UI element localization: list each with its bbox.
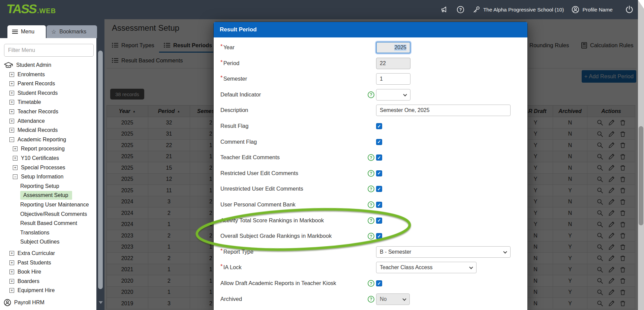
form-row-activity-total-score-rankings-in-markbook: Activity Total Score Rankings in Markboo…: [214, 215, 527, 227]
expand-icon[interactable]: +: [9, 91, 14, 95]
expand-icon[interactable]: +: [13, 146, 18, 151]
sidebar-item-student-admin[interactable]: Student Admin: [3, 61, 51, 69]
sidebar-item-parent-records[interactable]: +Parent Records: [9, 80, 55, 88]
sidebar-item-special-processes[interactable]: +Special Processes: [13, 164, 65, 172]
sidebar-item-academic-reporting[interactable]: −Academic Reporting: [9, 136, 66, 144]
sidebar-item-reporting-setup[interactable]: Reporting Setup: [20, 182, 59, 190]
field-input[interactable]: 2025: [376, 42, 410, 53]
expand-icon[interactable]: +: [9, 288, 14, 293]
expand-icon[interactable]: +: [13, 165, 18, 170]
sidebar-item-subject-outlines[interactable]: Subject Outlines: [20, 238, 60, 246]
logout-icon[interactable]: [625, 5, 634, 14]
sidebar-item-reporting-user-maintenance[interactable]: Reporting User Maintenance: [20, 201, 89, 209]
field-help-icon[interactable]: ?: [368, 201, 374, 208]
field-checkbox[interactable]: ✓: [376, 186, 382, 192]
sidebar-item-payroll-hrm[interactable]: Payroll HRM: [3, 299, 44, 307]
graduation-cap-icon: [3, 61, 13, 69]
field-label: *Semester: [220, 76, 247, 82]
chevron-down-icon: [403, 92, 407, 96]
field-help-icon[interactable]: ?: [368, 217, 374, 224]
field-help-icon[interactable]: ?: [368, 186, 374, 192]
field-checkbox[interactable]: ✓: [376, 280, 382, 286]
profile-menu[interactable]: Profile Name: [571, 5, 613, 14]
expand-icon[interactable]: +: [9, 270, 14, 274]
expand-icon[interactable]: +: [13, 156, 18, 161]
form-row-user-personal-comment-bank: User Personal Comment Bank?✓: [214, 199, 527, 211]
field-select[interactable]: Teacher Class Access: [376, 262, 477, 273]
tass-logo[interactable]: TASS .WEB: [7, 2, 56, 16]
field-checkbox[interactable]: ✓: [376, 170, 382, 176]
tab-menu[interactable]: Menu: [7, 25, 46, 38]
sidebar-item-label: Special Processes: [21, 165, 65, 171]
announcements-icon[interactable]: [440, 6, 449, 14]
field-select[interactable]: No: [376, 293, 410, 305]
modal-header[interactable]: Result Period: [214, 22, 527, 37]
expand-icon[interactable]: +: [9, 279, 14, 284]
tab-menu-label: Menu: [21, 29, 34, 35]
page-scrollbar-thumb[interactable]: [639, 126, 643, 225]
expand-icon[interactable]: +: [9, 72, 14, 77]
company-session[interactable]: The Alpha Progressive School (10): [472, 5, 564, 14]
field-input[interactable]: 22: [376, 58, 410, 69]
field-checkbox[interactable]: ✓: [376, 202, 382, 208]
sidebar-item-objective-result-comments[interactable]: Objective/Result Comments: [20, 210, 87, 218]
sidebar-item-label: Assessment Setup: [20, 191, 72, 200]
sidebar-scrollbar[interactable]: [98, 51, 103, 289]
sidebar-item-boarders[interactable]: +Boarders: [9, 277, 39, 285]
sidebar-item-equipment-hire[interactable]: +Equipment Hire: [9, 286, 55, 294]
sidebar-item-y10-certificates[interactable]: +Y10 Certificates: [13, 154, 59, 162]
field-input[interactable]: Semester One, 2025: [376, 105, 511, 116]
field-checkbox[interactable]: ✓: [376, 218, 382, 224]
sidebar-item-attendance[interactable]: +Attendance: [9, 117, 45, 125]
expand-icon[interactable]: +: [9, 128, 14, 133]
field-label: *Period: [220, 60, 239, 67]
filter-menu-input[interactable]: [4, 44, 94, 57]
field-select[interactable]: [376, 89, 410, 101]
expand-icon[interactable]: +: [9, 81, 14, 86]
field-help-icon[interactable]: ?: [368, 296, 374, 303]
field-help-icon[interactable]: ?: [368, 154, 374, 161]
key-icon: [472, 5, 481, 14]
field-checkbox[interactable]: ✓: [376, 233, 382, 239]
tab-bookmarks[interactable]: ☆ Bookmarks: [47, 25, 97, 38]
field-checkbox[interactable]: ✓: [376, 154, 382, 161]
sidebar-scroll-down-icon[interactable]: [99, 301, 103, 304]
collapse-icon[interactable]: −: [13, 174, 18, 179]
sidebar-item-report-processing[interactable]: +Report processing: [13, 145, 65, 153]
expand-icon[interactable]: +: [9, 251, 14, 256]
help-icon[interactable]: ?: [456, 5, 465, 14]
sidebar-item-label: Objective/Result Comments: [20, 211, 87, 217]
field-checkbox[interactable]: ✓: [376, 123, 382, 129]
sidebar-item-book-hire[interactable]: +Book Hire: [9, 268, 41, 276]
expand-icon[interactable]: +: [9, 119, 14, 123]
field-select[interactable]: B - Semester: [376, 246, 511, 258]
sidebar-item-assessment-setup[interactable]: Assessment Setup: [20, 191, 72, 199]
page-scrollbar[interactable]: [638, 0, 644, 310]
result-period-modal: Result Period *Year2025*Period22*Semeste…: [213, 22, 528, 310]
field-help-icon[interactable]: ?: [368, 170, 374, 177]
sidebar-item-medical-records[interactable]: +Medical Records: [9, 126, 58, 134]
field-input[interactable]: 1: [376, 73, 410, 85]
field-label: Unrestricted User Edit Comments: [220, 186, 303, 192]
sidebar-item-past-students[interactable]: +Past Students: [9, 259, 51, 267]
expand-icon[interactable]: +: [9, 100, 14, 105]
field-help-icon[interactable]: ?: [368, 280, 374, 287]
field-checkbox[interactable]: ✓: [376, 139, 382, 145]
sidebar-item-label: Result Based Comment: [20, 220, 77, 226]
sidebar-item-setup-information[interactable]: −Setup Information: [13, 173, 63, 181]
expand-icon[interactable]: +: [9, 109, 14, 114]
sidebar-item-timetable[interactable]: +Timetable: [9, 98, 41, 106]
sidebar-item-extra-curricular[interactable]: +Extra Curricular: [9, 249, 55, 257]
expand-icon[interactable]: +: [9, 260, 14, 265]
field-help-icon[interactable]: ?: [368, 91, 374, 98]
sidebar-item-result-based-comment[interactable]: Result Based Comment: [20, 219, 77, 227]
sidebar-item-teacher-records[interactable]: +Teacher Records: [9, 108, 58, 116]
sidebar-item-student-records[interactable]: +Student Records: [9, 89, 58, 97]
collapse-icon[interactable]: −: [9, 137, 14, 142]
form-row-result-flag: Result Flag✓: [214, 120, 527, 132]
sidebar-item-label: Extra Curricular: [18, 250, 55, 256]
field-help-icon[interactable]: ?: [368, 233, 374, 239]
sidebar-item-enrolments[interactable]: +Enrolments: [9, 71, 45, 79]
sidebar-item-translations[interactable]: Translations: [20, 229, 50, 237]
form-row-archived: Archived?No: [214, 293, 527, 305]
